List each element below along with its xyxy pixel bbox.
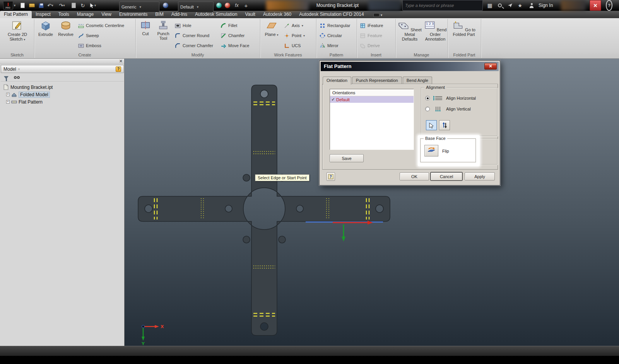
new-file-button[interactable]	[19, 2, 26, 9]
create-2d-sketch-button[interactable]: Create 2D Sketch ▾	[5, 20, 30, 51]
ribbon-tab-flat-pattern[interactable]: Flat Pattern	[0, 11, 32, 18]
select-edge-tool-button[interactable]	[426, 120, 437, 130]
cancel-button[interactable]: Cancel	[431, 172, 462, 180]
dialog-tab-bend-angle[interactable]: Bend Angle	[403, 77, 432, 84]
cloud-icon	[373, 13, 380, 17]
corner-round-button[interactable]: Corner Round	[175, 31, 218, 40]
revolve-button[interactable]: Revolve	[56, 20, 75, 51]
rectangular-pattern-icon	[320, 23, 325, 29]
move-face-button[interactable]: Move Face	[221, 41, 258, 50]
rectangular-pattern-button[interactable]: Rectangular	[320, 21, 355, 30]
select-tool-button[interactable]: ▾	[89, 2, 97, 9]
ifeature-button[interactable]: iFeature	[360, 21, 394, 30]
flat-pattern-dialog[interactable]: Flat Pattern ✕ Orientation Punch Represe…	[319, 60, 500, 185]
ribbon-tab-vault[interactable]: Vault	[241, 11, 259, 18]
redo-button[interactable]: ↷▾	[58, 2, 66, 9]
save-button[interactable]	[37, 2, 45, 9]
window-close-button[interactable]: ✕	[590, 0, 601, 11]
search-input[interactable]	[405, 3, 480, 8]
ucs-button[interactable]: UCS	[284, 41, 314, 50]
dialog-tab-orientation[interactable]: Orientation	[323, 77, 351, 85]
expand-plus-icon[interactable]: +	[6, 93, 10, 96]
align-horizontal-option[interactable]: Align Horizontal	[425, 95, 476, 101]
ribbon-tab-manage[interactable]: Manage	[73, 11, 97, 18]
application-menu-button[interactable]: I PRO ▾	[1, 0, 18, 11]
cosmetic-centerline-button[interactable]: Cosmetic Centerline	[78, 21, 135, 30]
find-binoculars-icon[interactable]	[14, 76, 20, 79]
help-search-field[interactable]	[402, 0, 483, 11]
base-face-button[interactable]	[424, 145, 438, 156]
orientations-listbox[interactable]: Orientations ✓ Default	[330, 89, 414, 150]
close-icon: ✕	[593, 3, 598, 9]
save-button[interactable]: Save	[330, 154, 364, 162]
align-vertical-option[interactable]: Align Vertical	[425, 106, 471, 112]
plane-button[interactable]: Plane ▾	[262, 20, 281, 51]
button-label: Point	[292, 33, 301, 38]
ok-button[interactable]: OK	[400, 172, 429, 180]
browser-grip[interactable]: ✕	[0, 59, 124, 64]
browser-close-icon[interactable]: ✕	[119, 59, 123, 64]
sign-in-button[interactable]: Sign In	[539, 0, 553, 11]
feature-button: Feature	[360, 31, 394, 40]
customize-plus-button[interactable]: +	[242, 2, 250, 9]
parameters-fx-button[interactable]: fx	[233, 2, 241, 9]
mirror-button[interactable]: Mirror	[320, 41, 355, 50]
ribbon-tab-autodesk-simulation-cfd[interactable]: Autodesk Simulation CFD 2014	[295, 11, 368, 18]
cut-button[interactable]: Cut	[138, 20, 153, 51]
chamfer-button[interactable]: Chamfer	[221, 31, 258, 40]
apply-button[interactable]: Apply	[465, 172, 495, 180]
ribbon-tab-autodesk-360[interactable]: Autodesk 360	[259, 11, 295, 18]
search-icon[interactable]	[496, 2, 504, 9]
circular-pattern-button[interactable]: Circular	[320, 31, 355, 40]
dialog-help-button[interactable]: ?	[327, 172, 335, 181]
inventor-logo-icon: I PRO	[3, 1, 13, 10]
panels-icon[interactable]: ▦	[486, 2, 494, 9]
tree-item-folded-model[interactable]: + Folded Model	[1, 91, 124, 98]
radio-selected-icon[interactable]	[425, 96, 430, 100]
update-button[interactable]: ↻	[79, 2, 87, 9]
extrude-button[interactable]: Extrude	[36, 20, 55, 51]
open-file-button[interactable]	[28, 2, 36, 9]
ribbon-tab-tools[interactable]: Tools	[55, 11, 73, 18]
radio-unselected-icon[interactable]	[425, 107, 430, 111]
chevron-down-icon: ▾	[277, 33, 279, 37]
ifeature-icon	[360, 23, 366, 29]
browser-header[interactable]: Model ▾ ?	[1, 65, 124, 73]
appearance-combo[interactable]: Default ▾	[178, 2, 214, 12]
tree-item-flat-pattern[interactable]: + Flat Pattern	[1, 98, 124, 105]
browser-help-icon[interactable]: ?	[116, 66, 121, 72]
undo-button[interactable]: ↶▾	[46, 2, 54, 9]
ribbon-tab-view[interactable]: View	[97, 11, 115, 18]
point-button[interactable]: Point ▾	[284, 31, 314, 40]
dialog-tab-punch-representation[interactable]: Punch Representation	[352, 77, 402, 84]
account-person-icon[interactable]	[528, 2, 535, 9]
expand-plus-icon[interactable]: +	[6, 100, 10, 104]
hole-button[interactable]: Hole	[175, 21, 218, 30]
punch-tool-button[interactable]: Punch Tool	[154, 20, 173, 51]
axis-button[interactable]: Axis ▾	[284, 21, 314, 30]
ribbon-overflow-button[interactable]: ▾	[373, 13, 383, 18]
favorites-star-icon[interactable]: ★	[516, 2, 524, 9]
corner-chamfer-button[interactable]: Corner Chamfer	[175, 41, 218, 50]
align-vertical-label: Align Vertical	[446, 107, 471, 111]
tree-item-part-root[interactable]: Mounting Bracket.ipt	[1, 83, 124, 91]
plane-icon	[266, 27, 277, 32]
ribbon-tab-inspect[interactable]: Inspect	[32, 11, 55, 18]
send-icon[interactable]	[506, 2, 514, 9]
dialog-close-button[interactable]: ✕	[484, 63, 497, 70]
sheet-metal-defaults-button[interactable]: Sheet Metal Defaults	[398, 20, 422, 51]
fillet-button[interactable]: Fillet	[221, 21, 258, 30]
go-to-folded-part-button[interactable]: Go to Folded Part	[450, 20, 477, 51]
reorient-tool-button[interactable]	[439, 120, 450, 130]
sweep-button[interactable]: Sweep	[78, 31, 135, 40]
bend-order-annotation-button[interactable]: 123 Bend Order Annotation	[423, 20, 447, 51]
orientation-item-default[interactable]: ✓ Default	[330, 96, 414, 103]
dialog-titlebar[interactable]: Flat Pattern	[321, 62, 499, 71]
print-button[interactable]	[70, 2, 77, 9]
emboss-button[interactable]: Emboss	[78, 41, 135, 50]
chevron-down-icon: ▾	[18, 67, 20, 71]
button-label: Extrude	[38, 32, 53, 37]
material-combo[interactable]: Generic ▾	[119, 2, 159, 12]
filter-funnel-icon[interactable]	[4, 76, 9, 79]
help-button[interactable]: ?	[606, 0, 612, 11]
